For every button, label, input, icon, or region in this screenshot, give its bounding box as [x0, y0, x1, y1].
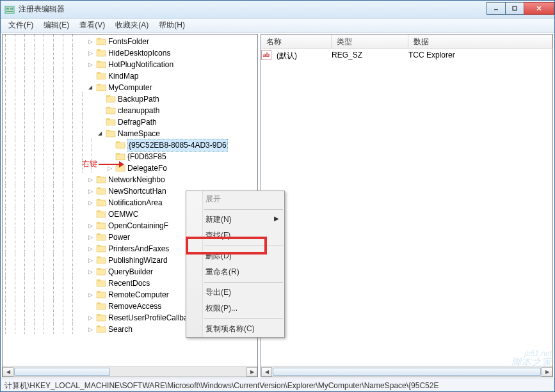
ctx-copy-key-name[interactable]: 复制项名称(C) [186, 321, 284, 337]
annotation-label: 右键 [82, 159, 97, 169]
ctx-sep [204, 209, 283, 210]
tree-node-label: HideDesktopIcons [108, 47, 170, 59]
tree-node-label: {F0D63F85 [127, 151, 166, 162]
folder-icon [96, 244, 106, 253]
regedit-icon [4, 4, 15, 15]
col-name[interactable]: 名称 [261, 35, 332, 48]
tree-node-label: PrintersAndFaxes [108, 243, 169, 255]
ctx-export[interactable]: 导出(E) [186, 285, 284, 301]
folder-icon [115, 141, 125, 150]
folder-icon [96, 198, 106, 207]
scroll-track[interactable] [272, 367, 542, 377]
tree-toggle-icon[interactable] [86, 231, 94, 243]
folder-icon [106, 106, 116, 115]
ctx-sep [204, 246, 283, 246]
tree-node-label: Power [108, 231, 130, 243]
menu-view[interactable]: 查看(V) [74, 19, 110, 32]
values-hscrollbar[interactable]: ◀ ▶ [261, 366, 552, 377]
status-path: 计算机\HKEY_LOCAL_MACHINE\SOFTWARE\Microsof… [4, 381, 438, 390]
menubar: 文件(F) 编辑(E) 查看(V) 收藏夹(A) 帮助(H) [1, 19, 554, 33]
tree-node-label: NameSpace [118, 128, 160, 139]
svg-rect-3 [6, 11, 13, 12]
col-type[interactable]: 类型 [332, 35, 408, 48]
maximize-button[interactable] [505, 2, 524, 15]
value-name: (默认) [271, 50, 326, 62]
tree-node-label: DefragPath [118, 116, 157, 128]
tree-toggle-icon[interactable] [86, 266, 94, 278]
tree-toggle-icon[interactable] [86, 197, 94, 208]
tree-node-label: OEMWC [108, 208, 138, 220]
folder-icon [96, 221, 106, 230]
value-row[interactable]: ab (默认) REG_SZ TCC Explorer [261, 49, 552, 63]
svg-marker-35 [119, 161, 124, 168]
menu-file[interactable]: 文件(F) [3, 19, 38, 32]
svg-rect-5 [513, 6, 517, 10]
ctx-permissions[interactable]: 权限(P)... [186, 301, 284, 317]
tree-toggle-icon[interactable] [86, 185, 94, 197]
close-button[interactable] [524, 2, 554, 15]
menu-help[interactable]: 帮助(H) [154, 19, 190, 32]
svg-rect-1 [6, 8, 9, 10]
ctx-new[interactable]: 新建(N)▶ [186, 212, 284, 228]
svg-rect-0 [5, 6, 14, 13]
scroll-right-button[interactable]: ▶ [542, 367, 552, 377]
titlebar[interactable]: 注册表编辑器 [1, 1, 554, 19]
registry-editor-window: 注册表编辑器 文件(F) 编辑(E) 查看(V) 收藏夹(A) 帮助(H) Fo… [0, 0, 555, 392]
minimize-button[interactable] [487, 2, 506, 15]
scroll-thumb[interactable] [273, 368, 541, 376]
folder-icon [96, 302, 106, 311]
folder-icon [96, 83, 106, 92]
window-controls [487, 2, 554, 15]
scroll-left-button[interactable]: ◀ [3, 367, 13, 377]
tree-node-label: {95C52EB8-8085-4AD3-9D6 [127, 139, 228, 152]
scroll-right-button[interactable]: ▶ [246, 367, 257, 377]
scroll-thumb[interactable] [14, 368, 110, 376]
ctx-find[interactable]: 查找(F)... [186, 228, 284, 244]
folder-icon [96, 37, 106, 46]
menu-favorites[interactable]: 收藏夹(A) [110, 19, 154, 32]
col-data[interactable]: 数据 [408, 35, 552, 48]
tree-toggle-icon[interactable] [86, 36, 94, 47]
window-title: 注册表编辑器 [19, 4, 487, 15]
folder-icon [106, 118, 116, 127]
tree-node-label: NotificationArea [108, 197, 163, 208]
context-menu: 展开 新建(N)▶ 查找(F)... 删除(D) 重命名(R) 导出(E) 权限… [186, 191, 285, 338]
folder-icon [96, 49, 106, 58]
tree-node-label: RemoteComputer [108, 289, 169, 301]
tree-node-label: Search [108, 324, 133, 335]
tree-node-label: QueryBuilder [108, 266, 153, 278]
scroll-left-button[interactable]: ◀ [261, 367, 272, 377]
tree-toggle-icon[interactable] [86, 174, 94, 185]
tree-node-label: OpenContainingF [108, 220, 168, 231]
arrow-icon [99, 161, 124, 168]
column-headers: 名称 类型 数据 [261, 35, 552, 49]
tree-toggle-icon[interactable] [86, 59, 94, 70]
tree-node-label: FontsFolder [108, 36, 149, 47]
menu-edit[interactable]: 编辑(E) [38, 19, 74, 32]
ctx-delete[interactable]: 删除(D) [186, 248, 284, 264]
statusbar: 计算机\HKEY_LOCAL_MACHINE\SOFTWARE\Microsof… [1, 379, 554, 391]
tree-toggle-icon[interactable] [86, 220, 94, 231]
ctx-expand[interactable]: 展开 [186, 191, 284, 207]
ctx-sep [204, 318, 283, 319]
tree-node-label: NewShortcutHan [108, 185, 166, 197]
tree-toggle-icon[interactable] [86, 312, 94, 324]
folder-icon [96, 279, 106, 288]
tree-toggle-icon[interactable] [86, 243, 94, 255]
svg-rect-2 [10, 8, 13, 10]
scroll-track[interactable] [13, 367, 246, 377]
ctx-rename[interactable]: 重命名(R) [186, 264, 284, 280]
tree-node-label: RemoveAccess [108, 301, 161, 312]
folder-icon [96, 267, 106, 276]
tree-toggle-icon[interactable] [86, 255, 94, 266]
folder-icon [96, 72, 106, 81]
tree-toggle-icon[interactable] [86, 324, 94, 335]
folder-icon [96, 233, 106, 242]
values-pane: 名称 类型 数据 ab (默认) REG_SZ TCC Explorer ◀ ▶ [261, 34, 553, 377]
tree-toggle-icon[interactable] [86, 289, 94, 301]
value-data: TCC Explorer [403, 50, 460, 62]
folder-icon [96, 210, 106, 219]
tree-toggle-icon[interactable] [86, 47, 94, 59]
tree-hscrollbar[interactable]: ◀ ▶ [3, 366, 257, 377]
tree-node-label: PublishingWizard [108, 255, 168, 266]
